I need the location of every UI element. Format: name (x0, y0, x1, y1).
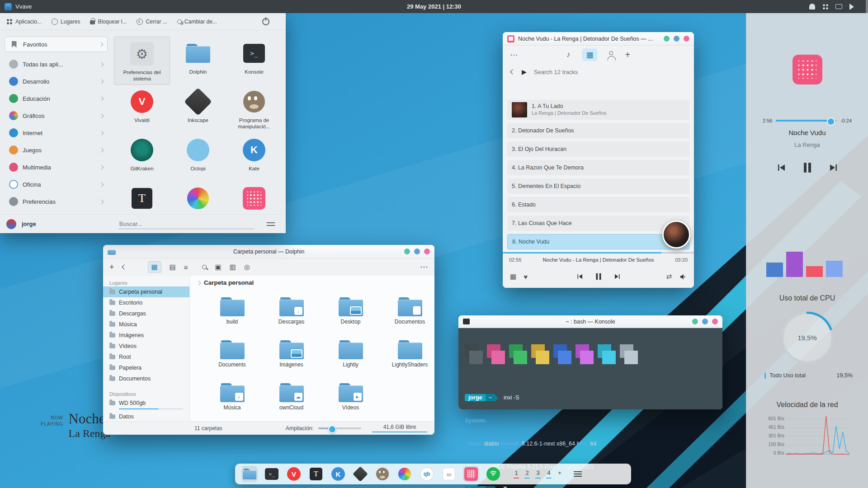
folder-videos[interactable]: ▶ Vídeos (321, 381, 380, 424)
place-root[interactable]: Root (103, 352, 189, 362)
hamburger-menu-icon[interactable]: ⋯ (420, 262, 428, 272)
kaos-logo-icon[interactable] (5, 3, 12, 10)
place-music[interactable]: Música (103, 319, 189, 330)
songs-view-icon[interactable]: ♪ (566, 50, 571, 59)
category-todas[interactable]: Todas las apli... (5, 56, 108, 73)
vvave-widget-icon[interactable] (793, 55, 822, 84)
track-row[interactable]: 2. Detonador De Sueños (507, 123, 689, 138)
playlist-table-icon[interactable]: ▦ (510, 272, 516, 281)
breadcrumb[interactable]: Carpeta personal (204, 279, 254, 286)
track-row[interactable]: 3. El Ojo Del Huracan (507, 141, 689, 157)
minimize-button[interactable] (692, 319, 698, 324)
category-educacion[interactable]: Educación (5, 90, 108, 107)
details-view-icon[interactable]: ≡ (184, 263, 188, 271)
device-datos[interactable]: Datos (103, 411, 189, 421)
volume-icon[interactable] (849, 4, 857, 10)
dock-inkscape[interactable] (352, 466, 368, 482)
category-juegos[interactable]: Juegos (5, 141, 108, 159)
next-track-icon[interactable] (613, 272, 622, 281)
dock-gimp[interactable] (374, 466, 391, 482)
back-icon[interactable] (122, 264, 127, 269)
favorite-heart-icon[interactable]: ♥ (524, 273, 528, 281)
dock-konsole[interactable]: >_ (264, 466, 280, 482)
category-internet[interactable]: Internet (5, 124, 108, 141)
back-icon[interactable] (510, 69, 515, 74)
now-playing-album-button[interactable] (662, 221, 690, 249)
close-button[interactable] (712, 319, 718, 324)
minimize-button[interactable] (404, 249, 410, 254)
track-row[interactable]: 7. Las Cosas Que Hace (507, 216, 689, 231)
dock-vivaldi[interactable]: V (286, 466, 302, 482)
track-row[interactable]: 5. Dementes En El Espacio (507, 178, 689, 194)
dock-spotify[interactable] (485, 466, 501, 482)
folder-desktop[interactable]: Desktop (321, 296, 380, 338)
terminal-area[interactable]: jorge~inxi -S System: Host: diablo Kerne… (458, 328, 722, 409)
app-tile-konsole[interactable]: >_ Konsole (226, 37, 282, 85)
track-row[interactable]: 4. La Razon Que Te Demora (507, 160, 689, 175)
next-track-icon[interactable] (828, 162, 839, 173)
device-wd500gb[interactable]: WD 500gb (103, 398, 189, 408)
place-home[interactable]: Carpeta personal (103, 286, 189, 297)
show-hidden-icon[interactable]: ◎ (244, 263, 250, 271)
folder-lightly[interactable]: Lightly (321, 338, 380, 381)
virtual-desktop-3[interactable]: 3 (535, 469, 541, 479)
seek-slider[interactable] (776, 120, 837, 122)
app-tile-kate[interactable]: K Kate (226, 133, 282, 182)
ghost-icon[interactable] (809, 4, 815, 9)
category-oficina[interactable]: Oficina (5, 176, 108, 193)
vvave-search-input[interactable] (534, 69, 686, 75)
peek-desktop-strip[interactable] (866, 0, 868, 13)
place-downloads[interactable]: Descargas (103, 308, 189, 319)
icons-view-icon[interactable]: ▦ (148, 261, 161, 273)
power-icon[interactable] (262, 18, 269, 25)
task-menu-icon[interactable] (574, 471, 582, 477)
play-all-icon[interactable]: ▶ (522, 68, 527, 75)
category-favoritos[interactable]: Favoritos (5, 37, 108, 52)
search-icon[interactable] (202, 265, 207, 269)
maximize-button[interactable] (414, 249, 420, 254)
widgets-tray-icon[interactable] (822, 4, 828, 9)
place-videos[interactable]: Vídeos (103, 341, 189, 352)
app-tile-gitkraken[interactable]: GitKraken (114, 133, 170, 182)
folder-imagenes[interactable]: Imágenes (262, 338, 321, 381)
close-button[interactable] (684, 36, 689, 42)
artists-view-icon[interactable] (609, 51, 613, 55)
display-icon[interactable] (835, 4, 842, 9)
dock-qbittorrent[interactable]: qb (419, 466, 435, 482)
place-pictures[interactable]: Imágenes (103, 330, 189, 341)
category-desarrollo[interactable]: Desarrollo (5, 73, 108, 90)
launcher-action-switch-user[interactable]: Cambiar de... (177, 19, 217, 25)
konsole-titlebar[interactable]: ~ : bash — Konsole (458, 315, 722, 328)
configure-icon[interactable] (267, 221, 275, 227)
launcher-action-logout[interactable]: Cerrar ... (137, 19, 167, 25)
dock-kwrite[interactable]: T (308, 466, 324, 482)
maximize-button[interactable] (702, 319, 708, 324)
albums-view-icon[interactable]: ▦ (582, 48, 597, 61)
category-graficos[interactable]: Gráficos (5, 107, 108, 124)
app-tile-octopi[interactable]: Octopi (170, 133, 226, 182)
clock[interactable]: 29 May 2021 | 12:30 (407, 3, 461, 10)
place-desktop[interactable]: Escritorio (103, 297, 189, 308)
app-tile-dolphin[interactable]: Dolphin (170, 37, 226, 85)
dock-color-manager[interactable] (396, 466, 413, 482)
app-tile-system-settings[interactable]: ⚙ Preferencias del sistema (114, 37, 170, 85)
split-columns-icon[interactable]: ▥ (230, 263, 236, 271)
zoom-slider[interactable] (318, 427, 361, 429)
playback-progress-bar[interactable] (503, 252, 694, 253)
volume-icon[interactable] (679, 273, 687, 281)
category-multimedia[interactable]: Multimedia (5, 159, 108, 176)
close-button[interactable] (424, 249, 430, 254)
folder-descargas[interactable]: ↓ Descargas (262, 296, 321, 338)
folder-owncloud[interactable]: ☁ ownCloud (262, 381, 321, 424)
user-avatar[interactable] (6, 219, 16, 229)
app-tile-vivaldi[interactable]: V Vivaldi (114, 85, 170, 133)
folder-lightlyshaders[interactable]: LightlyShaders (380, 338, 439, 381)
launcher-search-input[interactable] (118, 219, 254, 229)
dock-kate[interactable]: K (330, 466, 346, 482)
preview-image-icon[interactable]: ▣ (215, 263, 221, 271)
app-tile-gimp[interactable]: Programa de manipulació... (226, 85, 282, 133)
previous-track-icon[interactable] (576, 272, 584, 281)
previous-track-icon[interactable] (776, 162, 787, 173)
compact-view-icon[interactable]: ▤ (170, 263, 176, 271)
new-icon[interactable]: + (109, 263, 114, 272)
